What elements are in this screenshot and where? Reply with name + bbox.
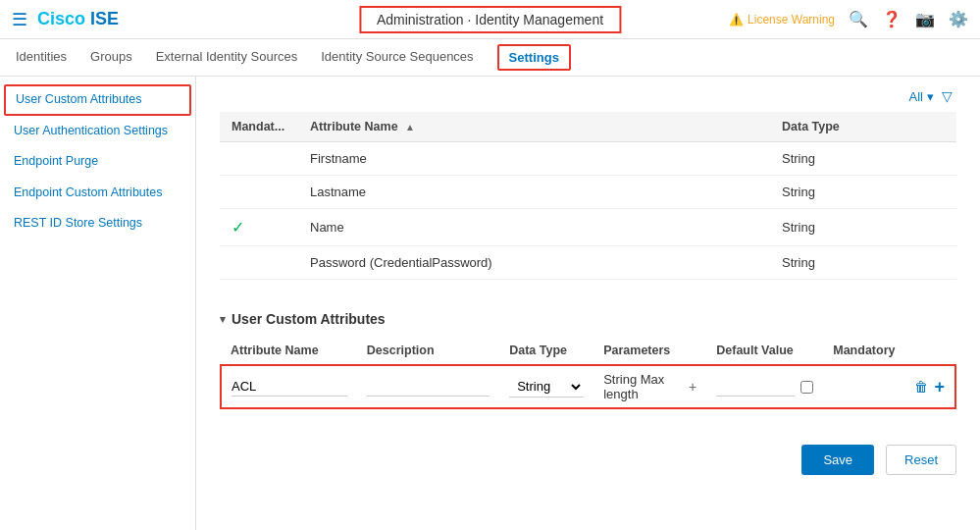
main-layout: User Custom Attributes User Authenticati…	[0, 77, 980, 530]
sidebar: User Custom Attributes User Authenticati…	[0, 77, 196, 530]
data-type-cell: String	[770, 209, 956, 246]
help-icon[interactable]: ❓	[882, 10, 902, 28]
uca-col-parameters: Parameters	[593, 337, 706, 365]
filter-row: All ▾ ▽	[220, 88, 956, 104]
attribute-name-input[interactable]	[232, 377, 347, 397]
mandatory-cell: ✓	[220, 209, 298, 246]
data-type-select[interactable]: String Integer Boolean	[509, 376, 584, 398]
uca-mandatory-cell	[823, 365, 904, 408]
add-param-button[interactable]: +	[689, 379, 696, 395]
sidebar-item-endpoint-purge[interactable]: Endpoint Purge	[0, 146, 195, 178]
page-title-box: Administration · Identity Management	[359, 6, 621, 33]
attribute-name-cell: Name	[298, 209, 770, 246]
uca-col-description: Description	[357, 337, 499, 365]
action-bar: Save Reset	[196, 433, 980, 487]
section-divider	[196, 288, 980, 311]
table-row: Firstname String	[220, 142, 956, 176]
settings-icon[interactable]: ⚙️	[949, 10, 968, 28]
table-row: Lastname String	[220, 176, 956, 209]
reset-button[interactable]: Reset	[886, 445, 956, 475]
sidebar-item-user-authentication-settings[interactable]: User Authentication Settings	[0, 116, 195, 147]
uca-col-mandatory: Mandatory	[823, 337, 904, 365]
all-label: All	[909, 89, 923, 104]
uca-description-cell	[357, 365, 499, 408]
uca-section-title: User Custom Attributes	[232, 311, 386, 327]
table-row: ✓ Name String	[220, 209, 956, 246]
search-icon[interactable]: 🔍	[849, 10, 868, 28]
page-title: Administration · Identity Management	[377, 12, 603, 27]
uca-col-default-value: Default Value	[706, 337, 823, 365]
uca-col-actions	[904, 337, 955, 365]
data-type-cell: String	[770, 246, 956, 280]
license-warning-label: License Warning	[748, 13, 835, 26]
uca-col-data-type: Data Type	[499, 337, 593, 365]
top-nav-right: ⚠️ License Warning 🔍 ❓ 📷 ⚙️	[729, 10, 968, 28]
main-content: All ▾ ▽ Mandat... Attribute Name ▲	[196, 77, 980, 530]
table-area: All ▾ ▽ Mandat... Attribute Name ▲	[196, 77, 980, 288]
uca-default-value-cell	[706, 365, 823, 408]
params-text: String Max length	[603, 372, 683, 401]
warning-icon: ⚠️	[729, 13, 744, 26]
tab-external-identity-sources[interactable]: External Identity Sources	[156, 39, 298, 76]
uca-parameters-cell: String Max length +	[593, 365, 706, 408]
mandatory-checkbox[interactable]	[800, 381, 813, 394]
table-row: Password (CredentialPassword) String	[220, 246, 956, 280]
params-container: String Max length +	[603, 372, 696, 401]
sidebar-item-user-custom-attributes[interactable]: User Custom Attributes	[4, 84, 191, 116]
tab-identity-source-sequences[interactable]: Identity Source Sequences	[321, 39, 473, 76]
uca-section: ▾ User Custom Attributes Attribute Name …	[196, 311, 980, 433]
mandatory-cell	[220, 142, 298, 176]
top-nav: ☰ Cisco ISE Administration · Identity Ma…	[0, 0, 980, 39]
uca-row: String Integer Boolean String Max length…	[221, 365, 955, 408]
save-button[interactable]: Save	[801, 445, 874, 475]
tab-identities[interactable]: Identities	[16, 39, 67, 76]
attribute-name-cell: Firstname	[298, 142, 770, 176]
second-nav: Identities Groups External Identity Sour…	[0, 39, 980, 77]
license-warning[interactable]: ⚠️ License Warning	[729, 13, 835, 26]
mandatory-cell	[220, 246, 298, 280]
description-input[interactable]	[367, 377, 490, 397]
uca-col-attribute-name: Attribute Name	[221, 337, 357, 365]
mandatory-cell	[220, 176, 298, 209]
data-table: Mandat... Attribute Name ▲ Data Type	[220, 112, 956, 280]
uca-data-type-cell: String Integer Boolean	[499, 365, 593, 408]
data-type-cell: String	[770, 176, 956, 209]
uca-header: ▾ User Custom Attributes	[220, 311, 956, 327]
sort-icon: ▲	[405, 122, 415, 132]
col-mandatory: Mandat...	[220, 112, 298, 142]
chevron-down-icon[interactable]: ▾	[220, 313, 226, 326]
filter-icon[interactable]: ▽	[942, 88, 953, 104]
delete-row-button[interactable]: 🗑	[914, 379, 928, 395]
attribute-name-cell: Password (CredentialPassword)	[298, 246, 770, 280]
all-dropdown[interactable]: All ▾	[909, 89, 934, 104]
uca-actions-cell: 🗑 +	[904, 365, 955, 408]
uca-table: Attribute Name Description Data Type Par…	[220, 337, 956, 409]
brand-logo: Cisco ISE	[37, 9, 119, 29]
checkmark-icon: ✓	[232, 219, 244, 236]
default-value-input[interactable]	[716, 377, 795, 397]
sidebar-item-rest-id-store-settings[interactable]: REST ID Store Settings	[0, 208, 195, 239]
uca-attribute-name-cell	[221, 365, 357, 408]
add-row-button[interactable]: +	[934, 377, 945, 398]
notifications-icon[interactable]: 📷	[915, 10, 935, 28]
sidebar-item-endpoint-custom-attributes[interactable]: Endpoint Custom Attributes	[0, 178, 195, 209]
hamburger-icon[interactable]: ☰	[12, 9, 27, 30]
col-attribute-name[interactable]: Attribute Name ▲	[298, 112, 770, 142]
dropdown-chevron-icon: ▾	[927, 89, 934, 104]
data-type-cell: String	[770, 142, 956, 176]
tab-groups[interactable]: Groups	[90, 39, 132, 76]
default-container	[716, 377, 813, 397]
col-data-type: Data Type	[770, 112, 956, 142]
tab-settings[interactable]: Settings	[497, 44, 571, 71]
attribute-name-cell: Lastname	[298, 176, 770, 209]
